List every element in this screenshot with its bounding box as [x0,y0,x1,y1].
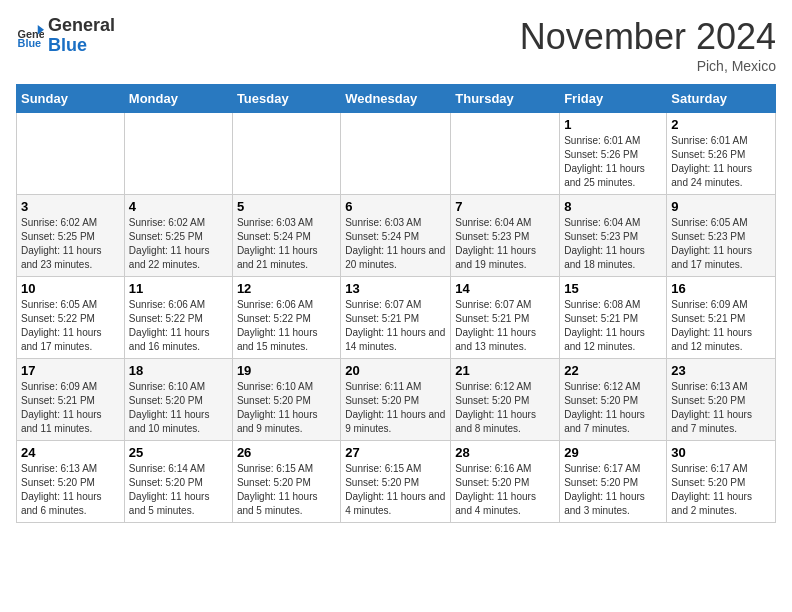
day-info: Sunrise: 6:13 AM Sunset: 5:20 PM Dayligh… [21,462,120,518]
calendar-cell: 28Sunrise: 6:16 AM Sunset: 5:20 PM Dayli… [451,441,560,523]
day-number: 26 [237,445,336,460]
calendar-cell: 9Sunrise: 6:05 AM Sunset: 5:23 PM Daylig… [667,195,776,277]
day-number: 3 [21,199,120,214]
day-number: 5 [237,199,336,214]
calendar-cell: 3Sunrise: 6:02 AM Sunset: 5:25 PM Daylig… [17,195,125,277]
day-info: Sunrise: 6:08 AM Sunset: 5:21 PM Dayligh… [564,298,662,354]
calendar-cell: 16Sunrise: 6:09 AM Sunset: 5:21 PM Dayli… [667,277,776,359]
calendar-cell: 15Sunrise: 6:08 AM Sunset: 5:21 PM Dayli… [560,277,667,359]
day-number: 16 [671,281,771,296]
month-title: November 2024 [520,16,776,58]
day-info: Sunrise: 6:06 AM Sunset: 5:22 PM Dayligh… [237,298,336,354]
day-number: 7 [455,199,555,214]
weekday-header-monday: Monday [124,85,232,113]
day-number: 22 [564,363,662,378]
day-info: Sunrise: 6:07 AM Sunset: 5:21 PM Dayligh… [455,298,555,354]
day-info: Sunrise: 6:03 AM Sunset: 5:24 PM Dayligh… [345,216,446,272]
calendar-cell: 6Sunrise: 6:03 AM Sunset: 5:24 PM Daylig… [341,195,451,277]
day-number: 24 [21,445,120,460]
weekday-header-friday: Friday [560,85,667,113]
calendar-cell: 11Sunrise: 6:06 AM Sunset: 5:22 PM Dayli… [124,277,232,359]
calendar-cell: 26Sunrise: 6:15 AM Sunset: 5:20 PM Dayli… [232,441,340,523]
weekday-header-sunday: Sunday [17,85,125,113]
day-info: Sunrise: 6:03 AM Sunset: 5:24 PM Dayligh… [237,216,336,272]
calendar-week-3: 17Sunrise: 6:09 AM Sunset: 5:21 PM Dayli… [17,359,776,441]
calendar-cell: 18Sunrise: 6:10 AM Sunset: 5:20 PM Dayli… [124,359,232,441]
logo: General Blue General Blue [16,16,115,56]
day-number: 20 [345,363,446,378]
day-number: 8 [564,199,662,214]
day-info: Sunrise: 6:11 AM Sunset: 5:20 PM Dayligh… [345,380,446,436]
day-number: 17 [21,363,120,378]
calendar-cell: 14Sunrise: 6:07 AM Sunset: 5:21 PM Dayli… [451,277,560,359]
calendar-cell: 12Sunrise: 6:06 AM Sunset: 5:22 PM Dayli… [232,277,340,359]
calendar-cell: 21Sunrise: 6:12 AM Sunset: 5:20 PM Dayli… [451,359,560,441]
day-info: Sunrise: 6:02 AM Sunset: 5:25 PM Dayligh… [21,216,120,272]
calendar-cell [17,113,125,195]
day-info: Sunrise: 6:14 AM Sunset: 5:20 PM Dayligh… [129,462,228,518]
calendar-cell: 7Sunrise: 6:04 AM Sunset: 5:23 PM Daylig… [451,195,560,277]
calendar-cell [124,113,232,195]
day-number: 10 [21,281,120,296]
day-number: 30 [671,445,771,460]
weekday-header-thursday: Thursday [451,85,560,113]
svg-text:Blue: Blue [18,37,42,49]
calendar-week-4: 24Sunrise: 6:13 AM Sunset: 5:20 PM Dayli… [17,441,776,523]
calendar-cell: 10Sunrise: 6:05 AM Sunset: 5:22 PM Dayli… [17,277,125,359]
calendar-table: SundayMondayTuesdayWednesdayThursdayFrid… [16,84,776,523]
day-info: Sunrise: 6:10 AM Sunset: 5:20 PM Dayligh… [237,380,336,436]
weekday-header-row: SundayMondayTuesdayWednesdayThursdayFrid… [17,85,776,113]
calendar-cell: 4Sunrise: 6:02 AM Sunset: 5:25 PM Daylig… [124,195,232,277]
calendar-cell: 25Sunrise: 6:14 AM Sunset: 5:20 PM Dayli… [124,441,232,523]
weekday-header-wednesday: Wednesday [341,85,451,113]
day-info: Sunrise: 6:15 AM Sunset: 5:20 PM Dayligh… [345,462,446,518]
day-number: 6 [345,199,446,214]
calendar-cell: 17Sunrise: 6:09 AM Sunset: 5:21 PM Dayli… [17,359,125,441]
day-info: Sunrise: 6:04 AM Sunset: 5:23 PM Dayligh… [455,216,555,272]
calendar-cell: 23Sunrise: 6:13 AM Sunset: 5:20 PM Dayli… [667,359,776,441]
calendar-cell: 22Sunrise: 6:12 AM Sunset: 5:20 PM Dayli… [560,359,667,441]
calendar-cell: 30Sunrise: 6:17 AM Sunset: 5:20 PM Dayli… [667,441,776,523]
day-info: Sunrise: 6:01 AM Sunset: 5:26 PM Dayligh… [671,134,771,190]
calendar-cell: 20Sunrise: 6:11 AM Sunset: 5:20 PM Dayli… [341,359,451,441]
calendar-cell: 27Sunrise: 6:15 AM Sunset: 5:20 PM Dayli… [341,441,451,523]
calendar-cell: 1Sunrise: 6:01 AM Sunset: 5:26 PM Daylig… [560,113,667,195]
day-info: Sunrise: 6:13 AM Sunset: 5:20 PM Dayligh… [671,380,771,436]
calendar-cell: 5Sunrise: 6:03 AM Sunset: 5:24 PM Daylig… [232,195,340,277]
weekday-header-saturday: Saturday [667,85,776,113]
logo-text-general: General [48,16,115,36]
calendar-cell [451,113,560,195]
calendar-week-0: 1Sunrise: 6:01 AM Sunset: 5:26 PM Daylig… [17,113,776,195]
calendar-week-1: 3Sunrise: 6:02 AM Sunset: 5:25 PM Daylig… [17,195,776,277]
calendar-cell: 2Sunrise: 6:01 AM Sunset: 5:26 PM Daylig… [667,113,776,195]
day-info: Sunrise: 6:15 AM Sunset: 5:20 PM Dayligh… [237,462,336,518]
day-number: 28 [455,445,555,460]
day-info: Sunrise: 6:09 AM Sunset: 5:21 PM Dayligh… [671,298,771,354]
title-area: November 2024 Pich, Mexico [520,16,776,74]
day-number: 27 [345,445,446,460]
day-info: Sunrise: 6:07 AM Sunset: 5:21 PM Dayligh… [345,298,446,354]
day-number: 29 [564,445,662,460]
day-info: Sunrise: 6:04 AM Sunset: 5:23 PM Dayligh… [564,216,662,272]
day-number: 25 [129,445,228,460]
day-info: Sunrise: 6:17 AM Sunset: 5:20 PM Dayligh… [564,462,662,518]
day-number: 18 [129,363,228,378]
day-info: Sunrise: 6:17 AM Sunset: 5:20 PM Dayligh… [671,462,771,518]
calendar-cell: 13Sunrise: 6:07 AM Sunset: 5:21 PM Dayli… [341,277,451,359]
day-number: 19 [237,363,336,378]
calendar-cell [341,113,451,195]
day-number: 9 [671,199,771,214]
day-info: Sunrise: 6:09 AM Sunset: 5:21 PM Dayligh… [21,380,120,436]
day-info: Sunrise: 6:02 AM Sunset: 5:25 PM Dayligh… [129,216,228,272]
day-number: 11 [129,281,228,296]
day-number: 12 [237,281,336,296]
day-number: 15 [564,281,662,296]
day-number: 23 [671,363,771,378]
day-info: Sunrise: 6:10 AM Sunset: 5:20 PM Dayligh… [129,380,228,436]
calendar-cell: 24Sunrise: 6:13 AM Sunset: 5:20 PM Dayli… [17,441,125,523]
day-info: Sunrise: 6:06 AM Sunset: 5:22 PM Dayligh… [129,298,228,354]
day-number: 4 [129,199,228,214]
day-info: Sunrise: 6:05 AM Sunset: 5:22 PM Dayligh… [21,298,120,354]
weekday-header-tuesday: Tuesday [232,85,340,113]
day-number: 13 [345,281,446,296]
